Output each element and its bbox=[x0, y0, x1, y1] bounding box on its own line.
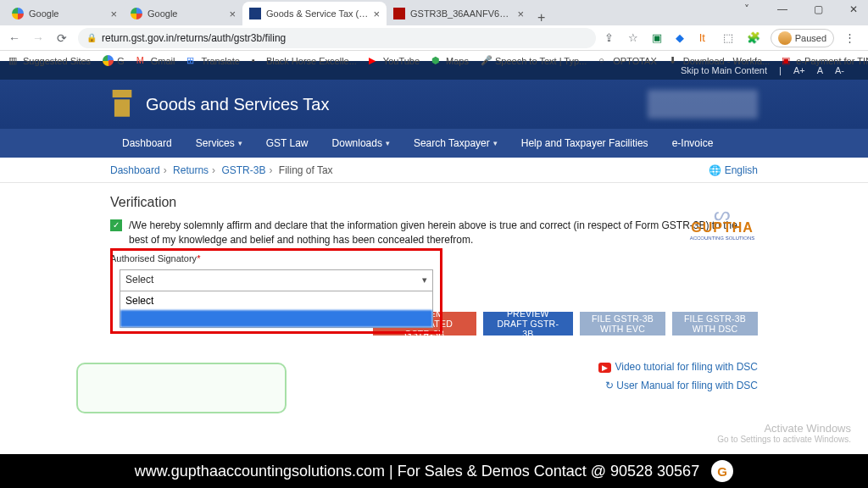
folder-icon: ▥ bbox=[8, 55, 19, 66]
chevron-down-icon[interactable]: ˅ bbox=[736, 3, 758, 15]
nav-search-taxpayer[interactable]: Search Taxpayer bbox=[402, 129, 509, 158]
close-icon[interactable]: × bbox=[229, 8, 236, 20]
extension-icon[interactable]: ▣ bbox=[652, 31, 665, 45]
browser-tab-active[interactable]: Goods & Service Tax (GST) | Use... × bbox=[242, 2, 387, 25]
youtube-icon: ▶ bbox=[369, 55, 380, 66]
nav-einvoice[interactable]: e-Invoice bbox=[660, 129, 726, 158]
skip-link[interactable]: Skip to Main Content bbox=[681, 65, 767, 75]
browser-tab[interactable]: Google × bbox=[124, 2, 242, 25]
tab-title: Google bbox=[29, 8, 105, 19]
minimize-button[interactable]: — bbox=[771, 3, 793, 15]
back-button[interactable]: ← bbox=[7, 30, 22, 46]
signatory-select[interactable]: Select ▾ bbox=[120, 269, 433, 291]
youtube-icon: ▶ bbox=[598, 363, 611, 373]
extension-icon[interactable]: ◆ bbox=[676, 31, 689, 45]
new-tab-button[interactable]: + bbox=[531, 10, 552, 25]
breadcrumb-row: Dashboard› Returns› GSTR-3B› Filing of T… bbox=[0, 158, 868, 183]
nav-downloads[interactable]: Downloads bbox=[320, 129, 402, 158]
site-icon: ▣ bbox=[782, 55, 793, 66]
maximize-button[interactable]: ▢ bbox=[807, 3, 829, 15]
user-manual-link[interactable]: User Manual for filing with DSC bbox=[616, 380, 758, 391]
site-icon: ○ bbox=[598, 55, 609, 66]
font-default[interactable]: A bbox=[817, 65, 823, 75]
bookmark-item[interactable]: ▪Black Horse Excelle... bbox=[252, 55, 357, 66]
address-bar[interactable]: 🔒 return.gst.gov.in/returns/auth/gstr3b/… bbox=[78, 28, 596, 48]
user-info-redacted bbox=[648, 90, 758, 119]
close-icon[interactable]: × bbox=[373, 8, 380, 20]
google-favicon bbox=[131, 8, 142, 19]
site-header: Goods and Services Tax bbox=[0, 80, 868, 129]
reload-button[interactable]: ⟳ bbox=[54, 30, 70, 46]
browser-chrome: Google × Google × Goods & Service Tax (G… bbox=[0, 0, 868, 61]
select-value: Select bbox=[125, 274, 153, 286]
guptha-watermark: ᔕ GUPTHA ACCOUNTING SOLUTIONS bbox=[688, 208, 756, 241]
file-dsc-button[interactable]: FILE GSTR-3B WITH DSC bbox=[672, 312, 758, 336]
font-increase[interactable]: A+ bbox=[793, 65, 805, 75]
svg-rect-0 bbox=[113, 90, 132, 97]
bookmark-item[interactable]: MGmail bbox=[136, 55, 175, 66]
puzzle-icon[interactable]: 🧩 bbox=[747, 31, 760, 45]
site-title: Goods and Services Tax bbox=[146, 95, 329, 114]
actwin-title: Activate Windows bbox=[717, 422, 851, 435]
font-decrease[interactable]: A- bbox=[835, 65, 844, 75]
guptha-sub: ACCOUNTING SOLUTIONS bbox=[688, 236, 756, 241]
bookmark-item[interactable]: G bbox=[103, 55, 125, 66]
google-favicon bbox=[12, 8, 24, 19]
crumb-dashboard[interactable]: Dashboard bbox=[110, 164, 160, 176]
paused-label: Paused bbox=[795, 33, 826, 43]
guptha-logo-icon: G bbox=[711, 460, 733, 482]
extension-icon[interactable]: It bbox=[699, 31, 713, 45]
avatar-icon bbox=[778, 31, 792, 45]
star-icon[interactable]: ☆ bbox=[628, 31, 642, 45]
browser-tab[interactable]: GSTR3B_36AANFV6791N2Z1_12... × bbox=[387, 2, 531, 25]
verification-heading: Verification bbox=[110, 195, 758, 210]
tab-title: Goods & Service Tax (GST) | Use... bbox=[266, 8, 368, 19]
bookmark-item[interactable]: 🎤Speech to Text | Typ... bbox=[481, 55, 587, 66]
nav-help[interactable]: Help and Taxpayer Facilities bbox=[509, 129, 660, 158]
site-icon: ▪ bbox=[252, 55, 263, 66]
menu-icon[interactable]: ⋮ bbox=[844, 31, 858, 45]
profile-paused[interactable]: Paused bbox=[771, 29, 834, 47]
extension-icon[interactable]: ⬚ bbox=[723, 31, 737, 45]
refresh-icon: ↻ bbox=[605, 380, 614, 391]
browser-tab[interactable]: Google × bbox=[5, 2, 124, 25]
notification-placeholder bbox=[76, 363, 287, 413]
file-evc-button[interactable]: FILE GSTR-3B WITH EVC bbox=[580, 312, 665, 336]
declaration-checkbox[interactable]: ✓ bbox=[110, 219, 122, 231]
banner-text: www.gupthaaccountingsolutions.com | For … bbox=[135, 463, 699, 480]
preview-draft-button[interactable]: PREVIEW DRAFT GSTR-3B bbox=[483, 312, 574, 336]
close-window-button[interactable]: ✕ bbox=[843, 3, 865, 15]
main-nav: Dashboard Services GST Law Downloads Sea… bbox=[0, 129, 868, 158]
crumb-returns[interactable]: Returns bbox=[173, 164, 209, 176]
nav-gstlaw[interactable]: GST Law bbox=[254, 129, 320, 158]
divider: | bbox=[779, 65, 782, 75]
bookmark-item[interactable]: ▶YouTube bbox=[369, 55, 420, 66]
close-icon[interactable]: × bbox=[110, 8, 117, 20]
swirl-icon: ᔕ bbox=[688, 208, 756, 220]
actwin-sub: Go to Settings to activate Windows. bbox=[717, 435, 851, 444]
crumb-gstr3b[interactable]: GSTR-3B bbox=[221, 164, 265, 176]
tab-title: Google bbox=[147, 8, 224, 19]
mic-icon: 🎤 bbox=[481, 55, 492, 66]
nav-services[interactable]: Services bbox=[184, 129, 254, 158]
close-icon[interactable]: × bbox=[517, 8, 524, 20]
video-tutorial-link[interactable]: Video tutorial for filing with DSC bbox=[615, 361, 758, 373]
bookmark-item[interactable]: ▥Suggested Sites bbox=[8, 55, 91, 66]
nav-dashboard[interactable]: Dashboard bbox=[110, 129, 184, 158]
bookmark-item[interactable]: ○OPTOTAX bbox=[598, 55, 657, 66]
activate-windows-watermark: Activate Windows Go to Settings to activ… bbox=[717, 422, 851, 444]
language-selector[interactable]: 🌐 English bbox=[709, 164, 758, 176]
breadcrumb: Dashboard› Returns› GSTR-3B› Filing of T… bbox=[110, 164, 333, 176]
browser-toolbar: ← → ⟳ 🔒 return.gst.gov.in/returns/auth/g… bbox=[0, 25, 868, 51]
share-icon[interactable]: ⇪ bbox=[604, 31, 618, 45]
maps-icon: ⬢ bbox=[431, 55, 442, 66]
tab-strip: Google × Google × Goods & Service Tax (G… bbox=[0, 0, 868, 25]
globe-icon: 🌐 bbox=[709, 164, 721, 176]
dropdown-option-selected[interactable] bbox=[120, 310, 432, 327]
bookmark-item[interactable]: ⬢Maps bbox=[431, 55, 469, 66]
bookmark-item[interactable]: ⊞Translate bbox=[186, 55, 239, 66]
dropdown-option[interactable]: Select bbox=[120, 291, 432, 310]
lock-icon: 🔒 bbox=[86, 33, 97, 42]
forward-button[interactable]: → bbox=[31, 30, 46, 46]
tab-title: GSTR3B_36AANFV6791N2Z1_12... bbox=[410, 8, 512, 19]
